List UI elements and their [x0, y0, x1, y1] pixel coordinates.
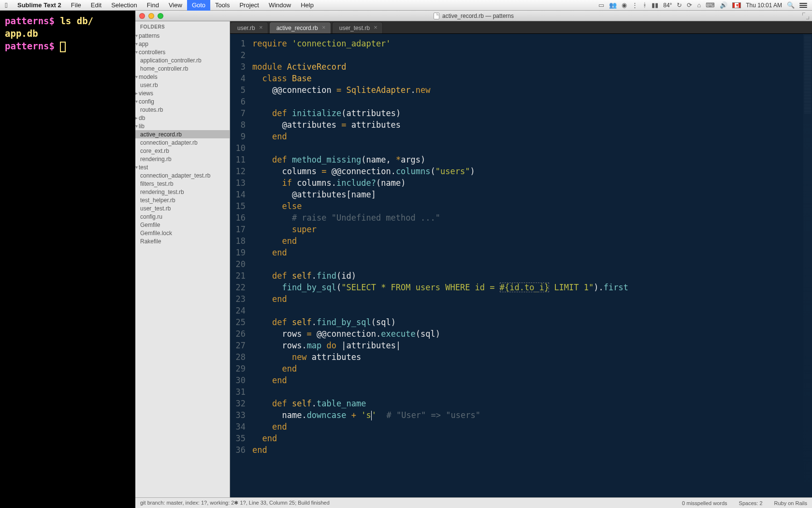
file-home_controller-rb[interactable]: home_controller.rb: [135, 64, 230, 73]
folder-lib[interactable]: lib: [135, 122, 230, 130]
file-filters_test-rb[interactable]: filters_test.rb: [135, 179, 230, 188]
code-line[interactable]: [252, 386, 812, 398]
code-line[interactable]: def method_missing(name, *args): [252, 154, 812, 165]
code-line[interactable]: end: [252, 374, 812, 386]
folder-views[interactable]: views: [135, 89, 230, 97]
spotlight-icon[interactable]: 🔍: [787, 1, 795, 9]
fullscreen-toggle-icon[interactable]: [802, 13, 809, 19]
code-line[interactable]: def self.table_name: [252, 398, 812, 409]
keyboard-icon[interactable]: ⌨: [706, 1, 715, 9]
app-name[interactable]: Sublime Text 2: [13, 1, 66, 9]
notification-center-icon[interactable]: [799, 3, 807, 8]
disclosure-icon[interactable]: [135, 49, 138, 55]
code-line[interactable]: end: [252, 433, 812, 444]
menu-project[interactable]: Project: [234, 0, 263, 11]
disclosure-icon[interactable]: [135, 41, 138, 46]
menu-file[interactable]: File: [66, 0, 86, 11]
disclosure-icon[interactable]: [135, 33, 138, 38]
code-line[interactable]: def self.find(id): [252, 270, 812, 282]
folder-patterns[interactable]: patterns: [135, 31, 230, 40]
code-line[interactable]: [252, 305, 812, 316]
notifications-icon[interactable]: ◉: [622, 1, 627, 9]
code-line[interactable]: new attributes: [252, 351, 812, 363]
file-test_helper-rb[interactable]: test_helper.rb: [135, 196, 230, 204]
folder-models[interactable]: models: [135, 73, 230, 81]
disclosure-icon[interactable]: [135, 74, 138, 79]
tab-close-icon[interactable]: ×: [258, 25, 264, 30]
menu-view[interactable]: View: [164, 0, 187, 11]
window-close-icon[interactable]: [139, 13, 145, 19]
folder-test[interactable]: test: [135, 163, 230, 171]
code-line[interactable]: end: [252, 293, 812, 305]
disclosure-icon[interactable]: [135, 115, 138, 120]
tab-user-rb[interactable]: user.rb×: [230, 22, 268, 33]
code-line[interactable]: end: [252, 444, 812, 456]
folder-db[interactable]: db: [135, 114, 230, 122]
menu-goto[interactable]: Goto: [187, 0, 210, 11]
code-line[interactable]: columns = @@connection.columns("users"): [252, 165, 812, 177]
code-line[interactable]: require 'connection_adapter': [252, 38, 812, 49]
code-line[interactable]: end: [252, 131, 812, 142]
users-icon[interactable]: 👥: [609, 1, 617, 9]
code-line[interactable]: # raise "Undefined method ...": [252, 212, 812, 224]
code-line[interactable]: end: [252, 421, 812, 433]
code-line[interactable]: def self.find_by_sql(sql): [252, 316, 812, 328]
folder-controllers[interactable]: controllers: [135, 48, 230, 56]
timemachine-icon[interactable]: ⟳: [687, 1, 692, 9]
file-Rakefile[interactable]: Rakefile: [135, 237, 230, 245]
status-spaces[interactable]: Spaces: 2: [739, 500, 763, 506]
menu-find[interactable]: Find: [142, 0, 164, 11]
tab-close-icon[interactable]: ×: [373, 25, 378, 30]
window-zoom-icon[interactable]: [158, 13, 163, 19]
file-application_controller-rb[interactable]: application_controller.rb: [135, 56, 230, 64]
menu-edit[interactable]: Edit: [86, 0, 106, 11]
code-line[interactable]: name.downcase + 's' # "User" => "users": [252, 409, 812, 421]
sync-icon[interactable]: ↻: [677, 1, 682, 9]
file-rendering-rb[interactable]: rendering.rb: [135, 155, 230, 163]
code-line[interactable]: else: [252, 200, 812, 212]
minimap[interactable]: [803, 34, 812, 497]
flag-ca-icon[interactable]: [732, 2, 741, 8]
file-user_test-rb[interactable]: user_test.rb: [135, 204, 230, 212]
code-line[interactable]: [252, 49, 812, 61]
code-line[interactable]: if columns.include?(name): [252, 177, 812, 189]
menu-help[interactable]: Help: [296, 0, 319, 11]
code-area[interactable]: require 'connection_adapter'module Activ…: [248, 34, 812, 497]
clock[interactable]: Thu 10:01 AM: [746, 2, 782, 9]
status-lang[interactable]: Ruby on Rails: [774, 500, 807, 506]
file-connection_adapter_test-rb[interactable]: connection_adapter_test.rb: [135, 171, 230, 179]
file-core_ext-rb[interactable]: core_ext.rb: [135, 147, 230, 155]
tab-active_record-rb[interactable]: active_record.rb×: [269, 22, 331, 33]
code-line[interactable]: @attributes[name]: [252, 189, 812, 200]
display-icon[interactable]: ▭: [598, 1, 604, 9]
file-Gemfile[interactable]: Gemfile: [135, 221, 230, 229]
file-config-ru[interactable]: config.ru: [135, 212, 230, 221]
code-line[interactable]: super: [252, 224, 812, 235]
code-line[interactable]: rows = @@connection.execute(sql): [252, 328, 812, 340]
file-user-rb[interactable]: user.rb: [135, 81, 230, 89]
tab-close-icon[interactable]: ×: [321, 25, 327, 30]
menu-selection[interactable]: Selection: [106, 0, 142, 11]
status-misspelled[interactable]: 0 misspelled words: [682, 500, 727, 506]
code-line[interactable]: class Base: [252, 73, 812, 84]
folder-app[interactable]: app: [135, 40, 230, 48]
folder-sidebar[interactable]: FOLDERS patternsappcontrollersapplicatio…: [135, 21, 230, 497]
window-titlebar[interactable]: active_record.rb — patterns: [135, 11, 812, 21]
code-line[interactable]: def initialize(attributes): [252, 107, 812, 119]
file-connection_adapter-rb[interactable]: connection_adapter.rb: [135, 138, 230, 147]
folder-config[interactable]: config: [135, 97, 230, 105]
code-line[interactable]: find_by_sql("SELECT * FROM users WHERE i…: [252, 282, 812, 293]
code-line[interactable]: [252, 258, 812, 270]
code-line[interactable]: [252, 96, 812, 107]
code-line[interactable]: end: [252, 235, 812, 247]
window-minimize-icon[interactable]: [148, 13, 154, 19]
code-line[interactable]: @attributes = attributes: [252, 119, 812, 131]
file-active_record-rb[interactable]: active_record.rb: [135, 130, 230, 138]
disclosure-icon[interactable]: [135, 90, 138, 96]
menu-window[interactable]: Window: [264, 0, 296, 11]
editor-area[interactable]: 1234567891011121314151617181920212223242…: [230, 34, 812, 497]
menu-tools[interactable]: Tools: [210, 0, 234, 11]
code-line[interactable]: end: [252, 247, 812, 258]
terminal-panel[interactable]: patterns$ ls db/app.dbpatterns$: [0, 11, 135, 508]
file-Gemfile-lock[interactable]: Gemfile.lock: [135, 229, 230, 237]
